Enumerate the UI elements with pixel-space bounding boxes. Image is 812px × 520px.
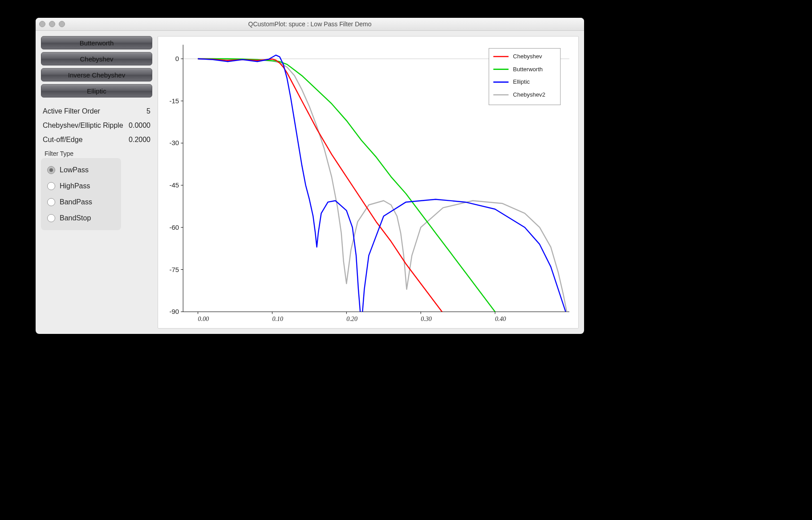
ripple-label: Chebyshev/Elliptic Ripple bbox=[43, 122, 125, 130]
radio-icon bbox=[47, 182, 55, 190]
legend-label: Elliptic bbox=[513, 78, 530, 85]
filter-type-option-highpass[interactable]: HighPass bbox=[47, 182, 115, 190]
chebyshev-button[interactable]: Chebyshev bbox=[41, 52, 152, 65]
radio-label: HighPass bbox=[60, 182, 90, 190]
svg-text:-30: -30 bbox=[169, 139, 179, 146]
radio-icon bbox=[47, 214, 55, 222]
filter-type-group: Filter Type LowPassHighPassBandPassBandS… bbox=[41, 150, 121, 230]
svg-text:0: 0 bbox=[175, 55, 179, 62]
legend-label: Butterworth bbox=[513, 66, 543, 73]
ripple-value: 0.0000 bbox=[129, 122, 150, 130]
legend-label: Chebyshev2 bbox=[513, 91, 545, 98]
elliptic-button[interactable]: Elliptic bbox=[41, 84, 152, 98]
order-value: 5 bbox=[129, 107, 150, 115]
svg-text:0.40: 0.40 bbox=[495, 315, 506, 322]
window-title: QCustomPlot: spuce : Low Pass Filter Dem… bbox=[39, 20, 581, 28]
svg-text:-75: -75 bbox=[169, 265, 179, 273]
radio-icon bbox=[47, 166, 55, 174]
svg-text:-45: -45 bbox=[169, 181, 179, 189]
svg-text:0.00: 0.00 bbox=[198, 315, 209, 322]
content-area: Butterworth Chebyshev Inverse Chebyshev … bbox=[36, 31, 584, 334]
svg-text:-15: -15 bbox=[169, 97, 179, 105]
app-window: QCustomPlot: spuce : Low Pass Filter Dem… bbox=[36, 18, 584, 334]
butterworth-button[interactable]: Butterworth bbox=[41, 36, 152, 49]
svg-text:0.20: 0.20 bbox=[346, 315, 357, 322]
svg-text:0.30: 0.30 bbox=[421, 315, 432, 322]
frequency-response-chart: 0-15-30-45-60-75-900.000.100.200.300.40C… bbox=[158, 37, 578, 328]
filter-type-option-bandstop[interactable]: BandStop bbox=[47, 214, 115, 222]
parameter-grid: Active Filter Order 5 Chebyshev/Elliptic… bbox=[41, 107, 152, 144]
filter-type-title: Filter Type bbox=[45, 150, 121, 157]
order-label: Active Filter Order bbox=[43, 107, 125, 115]
titlebar: QCustomPlot: spuce : Low Pass Filter Dem… bbox=[36, 18, 584, 31]
sidebar: Butterworth Chebyshev Inverse Chebyshev … bbox=[41, 36, 152, 329]
radio-label: BandStop bbox=[60, 214, 91, 222]
svg-text:0.10: 0.10 bbox=[272, 315, 283, 322]
cutoff-label: Cut-off/Edge bbox=[43, 136, 125, 144]
filter-type-option-lowpass[interactable]: LowPass bbox=[47, 166, 115, 174]
svg-text:-90: -90 bbox=[169, 308, 179, 315]
cutoff-value: 0.2000 bbox=[129, 136, 150, 144]
filter-type-option-bandpass[interactable]: BandPass bbox=[47, 198, 115, 206]
series-chebyshev bbox=[198, 59, 458, 328]
plot-area[interactable]: 0-15-30-45-60-75-900.000.100.200.300.40C… bbox=[158, 36, 579, 329]
svg-text:-60: -60 bbox=[169, 223, 179, 231]
inverse-chebyshev-button[interactable]: Inverse Chebyshev bbox=[41, 68, 152, 81]
legend-label: Chebyshev bbox=[513, 53, 542, 60]
radio-icon bbox=[47, 198, 55, 206]
radio-label: LowPass bbox=[60, 166, 89, 174]
radio-label: BandPass bbox=[60, 198, 92, 206]
series-butterworth bbox=[198, 59, 510, 328]
